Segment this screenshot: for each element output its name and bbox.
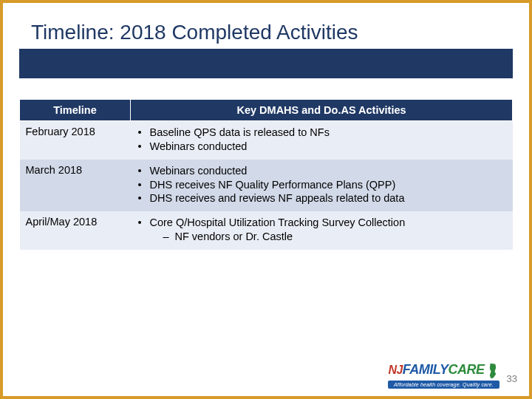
logo-tagline: Affordable health coverage. Quality care…: [388, 381, 499, 389]
njfamilycare-logo: NJ FAMILY CARE Affordable health coverag…: [388, 363, 499, 389]
logo-wordmark: NJ FAMILY CARE: [388, 363, 499, 379]
timeline-table: Timeline Key DMAHS and Do.AS Activities …: [19, 99, 513, 250]
activity-item: DHS receives NF Quality Performance Plan…: [137, 178, 507, 192]
title-accent-bar: [19, 49, 513, 78]
period-cell: March 2018: [20, 160, 131, 212]
col-header-timeline: Timeline: [20, 100, 131, 121]
table-header-row: Timeline Key DMAHS and Do.AS Activities: [20, 100, 513, 121]
activity-item: DHS receives and reviews NF appeals rela…: [137, 191, 507, 205]
activities-cell: Baseline QPS data is released to NFs Web…: [131, 121, 513, 160]
col-header-activities: Key DMAHS and Do.AS Activities: [131, 100, 513, 121]
activity-item: Baseline QPS data is released to NFs: [137, 126, 507, 140]
slide: Timeline: 2018 Completed Activities Time…: [0, 0, 532, 399]
activity-item: Core Q/Hospital Utilization Tracking Sur…: [137, 216, 507, 244]
footer: NJ FAMILY CARE Affordable health coverag…: [15, 363, 517, 389]
activity-list: Webinars conducted DHS receives NF Quali…: [137, 164, 507, 206]
activity-item: Webinars conducted: [137, 140, 507, 154]
activity-item-text: Core Q/Hospital Utilization Tracking Sur…: [150, 216, 406, 228]
nj-state-icon: [486, 363, 499, 379]
activities-cell: Core Q/Hospital Utilization Tracking Sur…: [131, 211, 513, 250]
table-row: February 2018 Baseline QPS data is relea…: [20, 121, 513, 160]
period-cell: February 2018: [20, 121, 131, 160]
period-cell: April/May 2018: [20, 211, 131, 250]
logo-nj-text: NJ: [388, 364, 402, 376]
activity-subitem: NF vendors or Dr. Castle: [163, 230, 507, 244]
table-row: April/May 2018 Core Q/Hospital Utilizati…: [20, 211, 513, 250]
activity-list: Core Q/Hospital Utilization Tracking Sur…: [137, 216, 507, 244]
activity-item: Webinars conducted: [137, 164, 507, 178]
logo-family-text: FAMILY: [403, 363, 449, 376]
activity-list: Baseline QPS data is released to NFs Web…: [137, 126, 507, 154]
activity-sublist: NF vendors or Dr. Castle: [150, 230, 507, 244]
slide-title: Timeline: 2018 Completed Activities: [19, 16, 513, 49]
logo-care-text: CARE: [449, 363, 485, 376]
activities-cell: Webinars conducted DHS receives NF Quali…: [131, 160, 513, 212]
page-number: 33: [507, 373, 517, 389]
table-row: March 2018 Webinars conducted DHS receiv…: [20, 160, 513, 212]
title-area: Timeline: 2018 Completed Activities: [19, 16, 513, 78]
